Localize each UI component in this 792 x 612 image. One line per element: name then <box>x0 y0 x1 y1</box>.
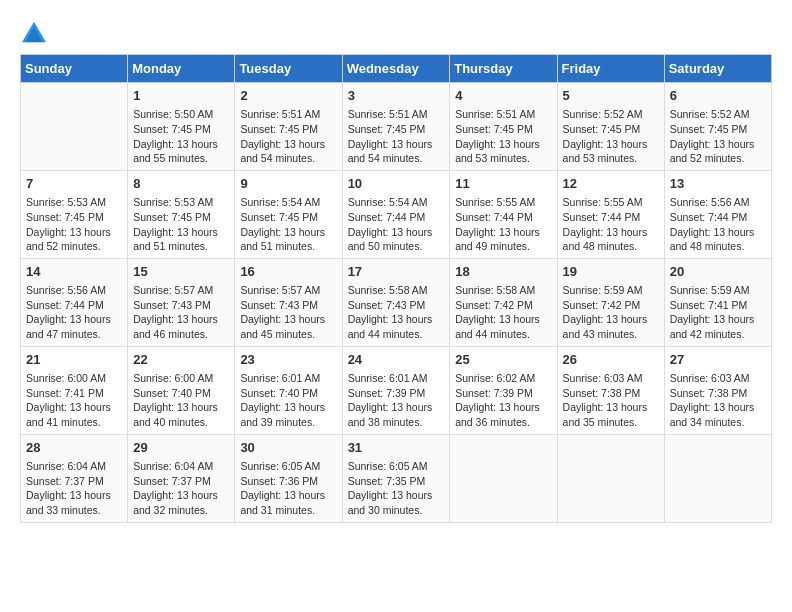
daylight: Daylight: 13 hours and 55 minutes. <box>133 138 218 165</box>
sunrise: Sunrise: 6:05 AM <box>348 460 428 472</box>
sunset: Sunset: 7:45 PM <box>133 123 211 135</box>
day-number: 1 <box>133 87 229 105</box>
calendar-cell: 11 Sunrise: 5:55 AM Sunset: 7:44 PM Dayl… <box>450 170 557 258</box>
daylight: Daylight: 13 hours and 44 minutes. <box>455 313 540 340</box>
daylight: Daylight: 13 hours and 30 minutes. <box>348 489 433 516</box>
week-row-2: 7 Sunrise: 5:53 AM Sunset: 7:45 PM Dayli… <box>21 170 772 258</box>
sunrise: Sunrise: 5:51 AM <box>348 108 428 120</box>
sunrise: Sunrise: 5:50 AM <box>133 108 213 120</box>
sunrise: Sunrise: 6:00 AM <box>26 372 106 384</box>
day-number: 19 <box>563 263 659 281</box>
day-number: 3 <box>348 87 445 105</box>
calendar-cell: 13 Sunrise: 5:56 AM Sunset: 7:44 PM Dayl… <box>664 170 771 258</box>
sunrise: Sunrise: 5:56 AM <box>670 196 750 208</box>
sunrise: Sunrise: 5:55 AM <box>455 196 535 208</box>
calendar-cell: 25 Sunrise: 6:02 AM Sunset: 7:39 PM Dayl… <box>450 346 557 434</box>
daylight: Daylight: 13 hours and 51 minutes. <box>240 226 325 253</box>
calendar-cell: 4 Sunrise: 5:51 AM Sunset: 7:45 PM Dayli… <box>450 83 557 171</box>
calendar-cell: 16 Sunrise: 5:57 AM Sunset: 7:43 PM Dayl… <box>235 258 342 346</box>
calendar-cell: 29 Sunrise: 6:04 AM Sunset: 7:37 PM Dayl… <box>128 434 235 522</box>
sunset: Sunset: 7:45 PM <box>240 123 318 135</box>
daylight: Daylight: 13 hours and 54 minutes. <box>240 138 325 165</box>
calendar-cell: 21 Sunrise: 6:00 AM Sunset: 7:41 PM Dayl… <box>21 346 128 434</box>
daylight: Daylight: 13 hours and 51 minutes. <box>133 226 218 253</box>
calendar-cell: 2 Sunrise: 5:51 AM Sunset: 7:45 PM Dayli… <box>235 83 342 171</box>
sunset: Sunset: 7:44 PM <box>26 299 104 311</box>
calendar-cell: 9 Sunrise: 5:54 AM Sunset: 7:45 PM Dayli… <box>235 170 342 258</box>
sunset: Sunset: 7:44 PM <box>455 211 533 223</box>
sunrise: Sunrise: 5:51 AM <box>455 108 535 120</box>
page-header <box>20 20 772 44</box>
day-number: 20 <box>670 263 766 281</box>
sunset: Sunset: 7:35 PM <box>348 475 426 487</box>
calendar-cell: 18 Sunrise: 5:58 AM Sunset: 7:42 PM Dayl… <box>450 258 557 346</box>
day-number: 24 <box>348 351 445 369</box>
day-number: 9 <box>240 175 336 193</box>
daylight: Daylight: 13 hours and 52 minutes. <box>26 226 111 253</box>
sunrise: Sunrise: 6:01 AM <box>348 372 428 384</box>
sunset: Sunset: 7:41 PM <box>670 299 748 311</box>
calendar-cell: 14 Sunrise: 5:56 AM Sunset: 7:44 PM Dayl… <box>21 258 128 346</box>
day-number: 14 <box>26 263 122 281</box>
day-number: 28 <box>26 439 122 457</box>
sunrise: Sunrise: 5:55 AM <box>563 196 643 208</box>
daylight: Daylight: 13 hours and 34 minutes. <box>670 401 755 428</box>
calendar-cell: 26 Sunrise: 6:03 AM Sunset: 7:38 PM Dayl… <box>557 346 664 434</box>
daylight: Daylight: 13 hours and 40 minutes. <box>133 401 218 428</box>
calendar-cell <box>664 434 771 522</box>
calendar-cell: 17 Sunrise: 5:58 AM Sunset: 7:43 PM Dayl… <box>342 258 450 346</box>
sunset: Sunset: 7:41 PM <box>26 387 104 399</box>
sunset: Sunset: 7:39 PM <box>455 387 533 399</box>
day-number: 27 <box>670 351 766 369</box>
header-day-sunday: Sunday <box>21 55 128 83</box>
header-day-monday: Monday <box>128 55 235 83</box>
day-number: 29 <box>133 439 229 457</box>
calendar-cell: 27 Sunrise: 6:03 AM Sunset: 7:38 PM Dayl… <box>664 346 771 434</box>
daylight: Daylight: 13 hours and 48 minutes. <box>563 226 648 253</box>
calendar-cell: 23 Sunrise: 6:01 AM Sunset: 7:40 PM Dayl… <box>235 346 342 434</box>
day-number: 31 <box>348 439 445 457</box>
calendar-cell: 20 Sunrise: 5:59 AM Sunset: 7:41 PM Dayl… <box>664 258 771 346</box>
day-number: 25 <box>455 351 551 369</box>
daylight: Daylight: 13 hours and 36 minutes. <box>455 401 540 428</box>
sunset: Sunset: 7:43 PM <box>240 299 318 311</box>
calendar-cell: 6 Sunrise: 5:52 AM Sunset: 7:45 PM Dayli… <box>664 83 771 171</box>
daylight: Daylight: 13 hours and 54 minutes. <box>348 138 433 165</box>
sunrise: Sunrise: 5:51 AM <box>240 108 320 120</box>
sunset: Sunset: 7:45 PM <box>563 123 641 135</box>
sunrise: Sunrise: 5:59 AM <box>563 284 643 296</box>
day-number: 11 <box>455 175 551 193</box>
week-row-3: 14 Sunrise: 5:56 AM Sunset: 7:44 PM Dayl… <box>21 258 772 346</box>
sunset: Sunset: 7:43 PM <box>348 299 426 311</box>
logo <box>20 20 52 44</box>
calendar-cell: 7 Sunrise: 5:53 AM Sunset: 7:45 PM Dayli… <box>21 170 128 258</box>
sunset: Sunset: 7:38 PM <box>563 387 641 399</box>
calendar-cell: 19 Sunrise: 5:59 AM Sunset: 7:42 PM Dayl… <box>557 258 664 346</box>
calendar-cell: 5 Sunrise: 5:52 AM Sunset: 7:45 PM Dayli… <box>557 83 664 171</box>
week-row-5: 28 Sunrise: 6:04 AM Sunset: 7:37 PM Dayl… <box>21 434 772 522</box>
sunset: Sunset: 7:38 PM <box>670 387 748 399</box>
sunset: Sunset: 7:45 PM <box>26 211 104 223</box>
daylight: Daylight: 13 hours and 47 minutes. <box>26 313 111 340</box>
daylight: Daylight: 13 hours and 49 minutes. <box>455 226 540 253</box>
sunrise: Sunrise: 6:03 AM <box>563 372 643 384</box>
daylight: Daylight: 13 hours and 53 minutes. <box>563 138 648 165</box>
sunrise: Sunrise: 6:04 AM <box>133 460 213 472</box>
header-day-thursday: Thursday <box>450 55 557 83</box>
calendar-cell: 12 Sunrise: 5:55 AM Sunset: 7:44 PM Dayl… <box>557 170 664 258</box>
sunset: Sunset: 7:44 PM <box>563 211 641 223</box>
logo-icon <box>20 20 48 44</box>
sunset: Sunset: 7:45 PM <box>670 123 748 135</box>
calendar-cell <box>557 434 664 522</box>
week-row-4: 21 Sunrise: 6:00 AM Sunset: 7:41 PM Dayl… <box>21 346 772 434</box>
day-number: 8 <box>133 175 229 193</box>
calendar-cell: 30 Sunrise: 6:05 AM Sunset: 7:36 PM Dayl… <box>235 434 342 522</box>
sunset: Sunset: 7:40 PM <box>133 387 211 399</box>
header-day-friday: Friday <box>557 55 664 83</box>
daylight: Daylight: 13 hours and 52 minutes. <box>670 138 755 165</box>
calendar-cell <box>21 83 128 171</box>
sunset: Sunset: 7:45 PM <box>348 123 426 135</box>
sunset: Sunset: 7:43 PM <box>133 299 211 311</box>
daylight: Daylight: 13 hours and 43 minutes. <box>563 313 648 340</box>
calendar-cell <box>450 434 557 522</box>
